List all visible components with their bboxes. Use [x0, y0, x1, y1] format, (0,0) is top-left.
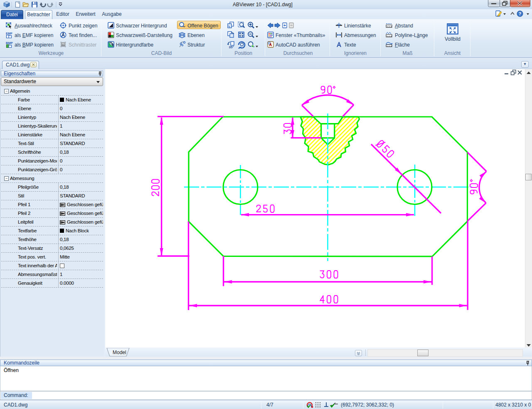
svg-text:EMF: EMF	[6, 32, 12, 35]
svg-text:BMP: BMP	[6, 41, 13, 45]
svg-text:35°: 35°	[229, 45, 234, 49]
svg-text:?: ?	[519, 11, 522, 16]
svg-text:Model: Model	[113, 350, 126, 355]
